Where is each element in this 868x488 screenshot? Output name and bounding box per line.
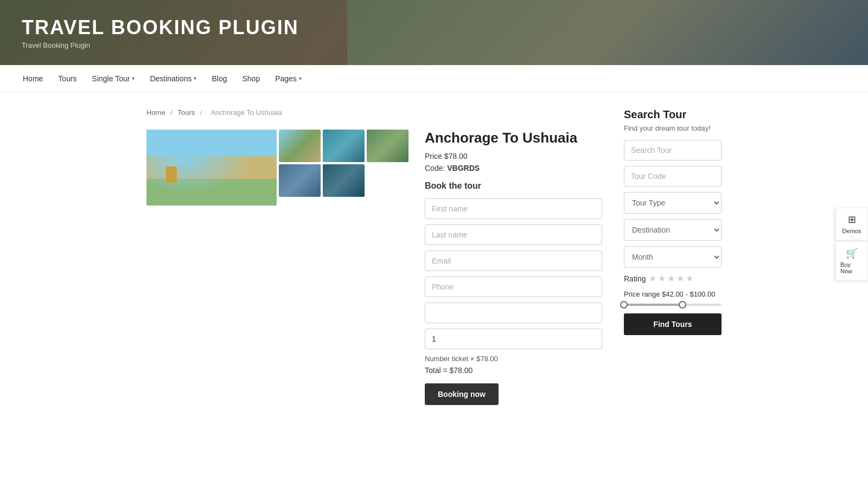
floating-sidebar: ⊞ Demos 🛒 Buy Now [835, 208, 868, 280]
book-the-tour-title: Book the tour [425, 181, 602, 191]
destination-select[interactable]: Destination Africa Asia Europe Americas [624, 219, 722, 241]
search-tour-input[interactable] [624, 140, 722, 160]
star-rating[interactable]: ★ ★ ★ ★ ★ [649, 273, 693, 284]
tour-code-input[interactable] [624, 166, 722, 187]
nav-shop[interactable]: Shop [241, 74, 261, 83]
find-tours-button[interactable]: Find Tours [624, 313, 722, 335]
search-tour-title: Search Tour [624, 108, 722, 121]
hero-bg [347, 0, 868, 65]
breadcrumb-home[interactable]: Home [146, 108, 165, 117]
tour-detail-area: Anchorage To Ushuaia Price $78.00 Code: … [146, 130, 602, 405]
tour-details: Anchorage To Ushuaia Price $78.00 Code: … [425, 130, 602, 405]
price-range-slider[interactable] [624, 304, 722, 306]
price-range-label: Price range $42.00 - $100.00 [624, 290, 722, 298]
nav-destinations[interactable]: Destinations ▾ [149, 74, 197, 83]
phone-input[interactable] [425, 277, 602, 297]
range-track [624, 304, 722, 306]
total-label: Total = $78.00 [425, 366, 602, 375]
rating-row: Rating ★ ★ ★ ★ ★ [624, 273, 722, 284]
star-1[interactable]: ★ [649, 273, 656, 284]
nav-tours[interactable]: Tours [57, 74, 78, 83]
breadcrumb-current: Anchorage To Ushuaia [210, 108, 282, 117]
range-handle-right[interactable] [679, 301, 686, 309]
tour-images-wrapper [146, 130, 409, 206]
star-5[interactable]: ★ [686, 273, 693, 284]
number-ticket-label: Number ticket × $78.00 [425, 355, 602, 363]
date-input[interactable]: 08/26/2024 [425, 303, 602, 323]
tour-thumbs-right [279, 130, 409, 206]
last-name-input[interactable] [425, 224, 602, 245]
nav-blog[interactable]: Blog [210, 74, 228, 83]
chevron-down-icon: ▾ [132, 75, 135, 81]
layers-icon: ⊞ [848, 214, 856, 226]
range-fill [624, 304, 682, 306]
hero-subtitle: Travel Booking Plugin [22, 41, 299, 49]
tour-thumb-2[interactable] [323, 130, 365, 162]
tour-thumb-1[interactable] [279, 130, 321, 162]
tour-thumb-5[interactable] [323, 164, 365, 197]
tour-title: Anchorage To Ushuaia [425, 130, 602, 146]
hero-section: TRAVEL BOOKING PLUGIN Travel Booking Plu… [0, 0, 868, 65]
hero-content: TRAVEL BOOKING PLUGIN Travel Booking Plu… [22, 16, 299, 49]
buy-now-button[interactable]: 🛒 Buy Now [835, 241, 868, 280]
tour-code: Code: VBGRDS [425, 164, 602, 172]
main-nav: Home Tours Single Tour ▾ Destinations ▾ … [0, 65, 868, 92]
nav-single-tour[interactable]: Single Tour ▾ [91, 74, 136, 83]
nav-home[interactable]: Home [22, 74, 44, 83]
search-tour-subtitle: Find your dream tour today! [624, 124, 722, 132]
cart-icon: 🛒 [846, 247, 858, 259]
quantity-input[interactable] [425, 329, 602, 349]
star-3[interactable]: ★ [667, 273, 675, 284]
tour-thumb-3[interactable] [367, 130, 409, 162]
left-side: Home / Tours / Anchorage To Ushuaia [146, 108, 602, 405]
demos-button[interactable]: ⊞ Demos [835, 208, 868, 240]
tour-thumb-4[interactable] [279, 164, 321, 197]
tour-main-image[interactable] [146, 130, 277, 206]
booking-form: 08/26/2024 Number ticket × $78.00 Total … [425, 198, 602, 405]
chevron-down-icon: ▾ [194, 75, 196, 81]
star-4[interactable]: ★ [676, 273, 684, 284]
breadcrumb-tours[interactable]: Tours [178, 108, 195, 117]
rating-label: Rating [624, 274, 646, 283]
tour-price: Price $78.00 [425, 152, 602, 160]
page-content: Home / Tours / Anchorage To Ushuaia [136, 92, 732, 421]
booking-now-button[interactable]: Booking now [425, 383, 499, 405]
hero-title: TRAVEL BOOKING PLUGIN [22, 16, 299, 39]
tour-type-select[interactable]: Tour Type Adventure Cultural Beach Mount… [624, 192, 722, 214]
search-tour-panel: Search Tour Find your dream tour today! … [624, 108, 722, 405]
star-2[interactable]: ★ [658, 273, 666, 284]
first-name-input[interactable] [425, 198, 602, 219]
breadcrumb: Home / Tours / Anchorage To Ushuaia [146, 108, 602, 117]
email-input[interactable] [425, 251, 602, 271]
month-select[interactable]: Month January February March April May J… [624, 246, 722, 268]
range-handle-left[interactable] [620, 301, 628, 309]
chevron-down-icon: ▾ [299, 75, 302, 81]
nav-pages[interactable]: Pages ▾ [274, 74, 303, 83]
tour-images [146, 130, 409, 394]
